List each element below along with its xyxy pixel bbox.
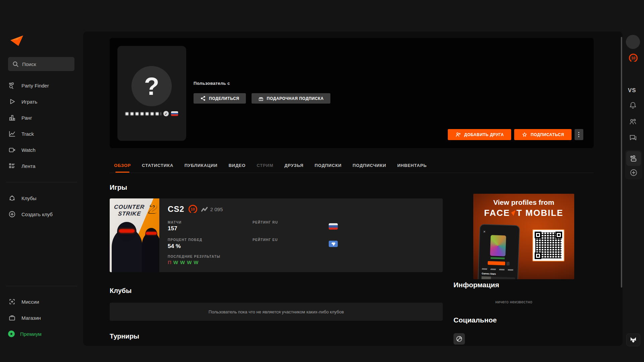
share-icon xyxy=(200,96,206,101)
sidebar-item-label: Играть xyxy=(21,99,37,105)
search-input[interactable] xyxy=(22,61,66,67)
star-icon xyxy=(522,132,528,138)
sidebar: Party Finder Играть Ранг Track xyxy=(0,0,83,362)
create-party-button[interactable] xyxy=(630,169,638,177)
sidebar-item-party-finder[interactable]: Party Finder xyxy=(8,77,49,94)
username-row: ✓ xyxy=(117,111,186,116)
steam-icon xyxy=(456,336,463,342)
sidebar-item-label: Track xyxy=(21,131,34,137)
premium-star-icon: ★ xyxy=(8,330,15,337)
gift-subscription-button[interactable]: ПОДАРОЧНАЯ ПОДПИСКА xyxy=(252,93,330,104)
banner-headline: View profiles from xyxy=(473,198,574,206)
faceit-mobile-logo: FACE T MOBILE xyxy=(473,208,574,218)
info-section-title: Информация xyxy=(453,281,499,289)
avatar[interactable]: ? xyxy=(131,66,172,106)
tab-video[interactable]: ВИДЕО xyxy=(228,163,246,173)
tab-inventory[interactable]: ИНВЕНТАРЬ xyxy=(397,163,427,173)
matches-value: 157 xyxy=(168,225,177,232)
faceit-mobile-banner[interactable]: View profiles from FACE T MOBILE ✕ Games… xyxy=(473,194,574,279)
cs2-cover-number: 2 xyxy=(149,201,157,216)
notifications-button[interactable] xyxy=(629,101,637,109)
tab-followers[interactable]: ПОДПИСЧИКИ xyxy=(353,163,386,173)
share-button[interactable]: ПОДЕЛИТЬСЯ xyxy=(194,93,246,104)
username-redacted xyxy=(125,112,161,115)
clubs-empty-message: Пользователь пока что не является участн… xyxy=(209,309,344,314)
matches-label: МАТЧИ xyxy=(168,221,181,224)
sidebar-item-shop[interactable]: Магазин xyxy=(8,310,42,326)
chat-button[interactable] xyxy=(629,134,637,142)
last-results: П W W W W xyxy=(168,259,198,265)
track-chart-icon xyxy=(8,130,16,137)
video-camera-icon xyxy=(8,146,16,154)
shop-briefcase-icon xyxy=(8,314,16,321)
follow-button[interactable]: ПОДПИСАТЬСЯ xyxy=(514,129,572,140)
feed-list-icon xyxy=(8,162,16,170)
sidebar-item-create-club[interactable]: Создать клуб xyxy=(8,206,53,222)
profile-tabs: ОБЗОР СТАТИСТИКА ПУБЛИКАЦИИ ВИДЕО СТРИМ … xyxy=(114,163,427,173)
profile-card: ? ✓ xyxy=(117,46,186,141)
assistant-button[interactable] xyxy=(626,334,640,346)
wolf-icon xyxy=(630,337,637,343)
profile-header: ? ✓ Пользователь с ПОДЕЛИТЬСЯ xyxy=(110,38,594,148)
sidebar-nav: Party Finder Играть Ранг Track xyxy=(8,77,49,174)
add-friend-button[interactable]: ДОБАВИТЬ ДРУГА xyxy=(448,129,511,140)
phone-mockup: ✕ Games Stats xyxy=(478,224,520,279)
search-icon xyxy=(12,61,19,67)
plus-circle-icon xyxy=(8,210,16,218)
sidebar-item-feed[interactable]: Лента xyxy=(8,158,49,174)
clubs-empty-panel: Пользователь пока что не является участн… xyxy=(110,303,443,321)
main-panel: ? ✓ Пользователь с ПОДЕЛИТЬСЯ xyxy=(83,32,623,346)
more-options-button[interactable] xyxy=(575,129,583,140)
games-section-title: Игры xyxy=(110,184,127,191)
add-friend-icon xyxy=(455,132,461,138)
party-finder-icon xyxy=(8,82,16,89)
sidebar-item-label: Ранг xyxy=(21,115,32,121)
friends-button[interactable] xyxy=(629,118,637,126)
sidebar-clubs-nav: Клубы Создать клуб xyxy=(8,190,53,222)
rating-eu-label: РЕЙТИНГ EU xyxy=(253,238,278,242)
russia-flag-icon xyxy=(329,223,338,230)
sidebar-item-clubs[interactable]: Клубы xyxy=(8,190,53,206)
sidebar-item-track[interactable]: Track xyxy=(8,126,49,142)
sidebar-item-label: Миссии xyxy=(21,299,39,305)
skill-level-badge: 10 xyxy=(189,205,197,214)
tab-following[interactable]: ПОДПИСКИ xyxy=(315,163,341,173)
party-finder-button[interactable] xyxy=(626,151,641,166)
info-empty-message: ничего неизвестно xyxy=(453,300,574,304)
tab-stream[interactable]: СТРИМ xyxy=(257,163,273,173)
play-icon xyxy=(8,98,16,105)
winrate-value: 54 % xyxy=(168,243,181,250)
rating-ru-label: РЕЙТИНГ RU xyxy=(253,221,278,224)
user-since-label: Пользователь с xyxy=(194,81,230,86)
tab-publications[interactable]: ПУБЛИКАЦИИ xyxy=(184,163,217,173)
kebab-icon xyxy=(578,132,579,133)
plus-circle-icon xyxy=(630,169,638,177)
vs-button[interactable]: VS xyxy=(628,87,636,94)
russia-flag-icon xyxy=(171,111,178,116)
profile-actions: ДОБАВИТЬ ДРУГА ПОДПИСАТЬСЯ xyxy=(448,129,583,140)
qr-code xyxy=(532,229,565,261)
steam-link-button[interactable] xyxy=(453,333,465,345)
scrollbar[interactable] xyxy=(621,37,622,288)
avatar-placeholder-icon: ? xyxy=(144,72,159,101)
rail-party-group xyxy=(625,150,642,179)
tab-statistics[interactable]: СТАТИСТИКА xyxy=(142,163,173,173)
tab-overview[interactable]: ОБЗОР xyxy=(114,163,131,173)
sidebar-item-label: Магазин xyxy=(21,315,41,321)
sidebar-divider xyxy=(6,182,77,182)
sidebar-divider xyxy=(6,286,77,286)
missions-crosshair-icon xyxy=(8,298,16,305)
sidebar-bottom-nav: Миссии Магазин ★ Премиум xyxy=(8,294,42,342)
sidebar-item-missions[interactable]: Миссии xyxy=(8,294,42,310)
chat-icon xyxy=(629,134,637,142)
sidebar-item-rank[interactable]: Ранг xyxy=(8,110,49,126)
faceit-logo-icon[interactable] xyxy=(10,36,23,46)
sidebar-item-premium[interactable]: ★ Премиум xyxy=(8,326,42,342)
my-skill-level-badge[interactable]: 10 xyxy=(629,54,638,62)
sidebar-item-play[interactable]: Играть xyxy=(8,94,49,110)
my-avatar[interactable] xyxy=(626,35,640,49)
tab-friends[interactable]: ДРУЗЬЯ xyxy=(284,163,304,173)
search-bar[interactable] xyxy=(8,57,74,71)
cs2-game-card[interactable]: COUNTER STRIKE 2 CS2 10 2 095 МАТЧИ 157 … xyxy=(110,198,443,272)
sidebar-item-watch[interactable]: Watch xyxy=(8,142,49,158)
